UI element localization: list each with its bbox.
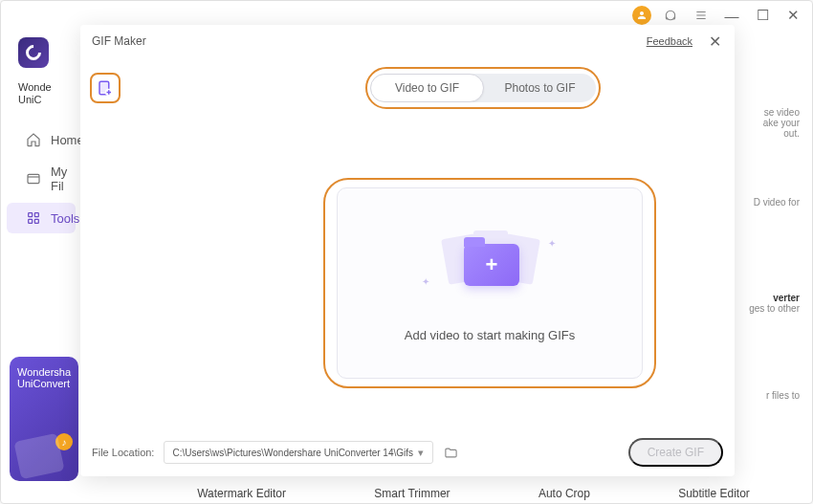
brand-text: Wonde UniC — [18, 81, 81, 106]
svg-point-0 — [666, 11, 674, 19]
promo-line1: Wondersha — [17, 366, 71, 378]
tool-watermark[interactable]: Watermark Editor — [197, 487, 286, 500]
modal-title: GIF Maker — [92, 34, 146, 48]
bg-card: se video ake your out. — [733, 99, 803, 146]
sparkle-icon: ✦ — [548, 238, 556, 249]
brand-line2: UniC — [18, 94, 41, 105]
bottom-tool-row: Watermark Editor Smart Trimmer Auto Crop… — [153, 487, 794, 500]
file-location-path: C:\Users\ws\Pictures\Wondershare UniConv… — [172, 448, 413, 458]
svg-rect-5 — [34, 220, 38, 224]
tools-icon — [26, 210, 41, 226]
create-gif-button[interactable]: Create GIF — [628, 438, 723, 467]
mode-tabs: Video to GIF Photos to GIF — [370, 74, 596, 102]
svg-rect-4 — [29, 220, 33, 224]
file-location-label: File Location: — [92, 447, 154, 458]
bg-card: r files to — [733, 383, 803, 408]
brand-line1: Wonde — [18, 81, 52, 93]
bg-card: verter ges to other — [733, 285, 803, 321]
mode-tabs-highlight: Video to GIF Photos to GIF — [365, 67, 601, 109]
promo-graphic — [13, 433, 64, 480]
home-icon — [26, 132, 41, 147]
nav: Home My Fil Tools — [1, 123, 81, 234]
tool-trimmer[interactable]: Smart Trimmer — [374, 487, 450, 500]
svg-rect-2 — [29, 213, 33, 217]
modal-footer: File Location: C:\Users\ws\Pictures\Wond… — [92, 438, 723, 467]
svg-rect-1 — [28, 175, 39, 184]
bg-card: D video for — [733, 189, 803, 215]
nav-label: Tools — [51, 211, 79, 226]
add-file-button[interactable] — [90, 73, 121, 103]
nav-label: My Fil — [51, 164, 67, 193]
tab-photos-to-gif[interactable]: Photos to GIF — [484, 74, 596, 102]
promo-card[interactable]: Wondersha UniConvert ♪ — [10, 357, 78, 481]
close-icon[interactable]: ✕ — [706, 33, 723, 50]
feedback-link[interactable]: Feedback — [647, 35, 692, 47]
drop-text: Add video to start making GIFs — [405, 328, 575, 342]
modal-header: GIF Maker Feedback ✕ — [80, 25, 735, 50]
gif-maker-modal: GIF Maker Feedback ✕ Video to GIF Photos… — [80, 25, 735, 476]
drop-area[interactable]: ✦ ✦ + Add video to start making GIFs — [337, 187, 643, 379]
promo-line2: UniConvert — [17, 378, 71, 389]
app-logo — [18, 37, 49, 68]
tool-crop[interactable]: Auto Crop — [538, 487, 590, 500]
account-avatar[interactable] — [632, 6, 651, 25]
plus-icon: + — [486, 252, 498, 277]
nav-files[interactable]: My Fil — [7, 157, 76, 201]
sparkle-icon: ✦ — [422, 276, 429, 287]
nav-label: Home — [51, 133, 84, 147]
folder-icon: + — [464, 244, 519, 286]
files-icon — [26, 171, 41, 186]
tool-subtitle[interactable]: Subtitle Editor — [678, 487, 750, 500]
drop-area-highlight: ✦ ✦ + Add video to start making GIFs — [323, 178, 656, 388]
folder-graphic: ✦ ✦ + — [437, 225, 542, 301]
svg-rect-3 — [34, 213, 38, 217]
tab-video-to-gif[interactable]: Video to GIF — [370, 74, 484, 102]
nav-home[interactable]: Home — [7, 124, 76, 155]
maximize-button[interactable]: ☐ — [749, 2, 776, 29]
chevron-down-icon[interactable]: ▾ — [413, 447, 428, 459]
nav-tools[interactable]: Tools — [7, 203, 76, 233]
open-folder-icon[interactable] — [443, 445, 458, 460]
file-location-input[interactable]: C:\Users\ws\Pictures\Wondershare UniConv… — [164, 441, 433, 464]
close-window-button[interactable]: ✕ — [780, 2, 806, 29]
